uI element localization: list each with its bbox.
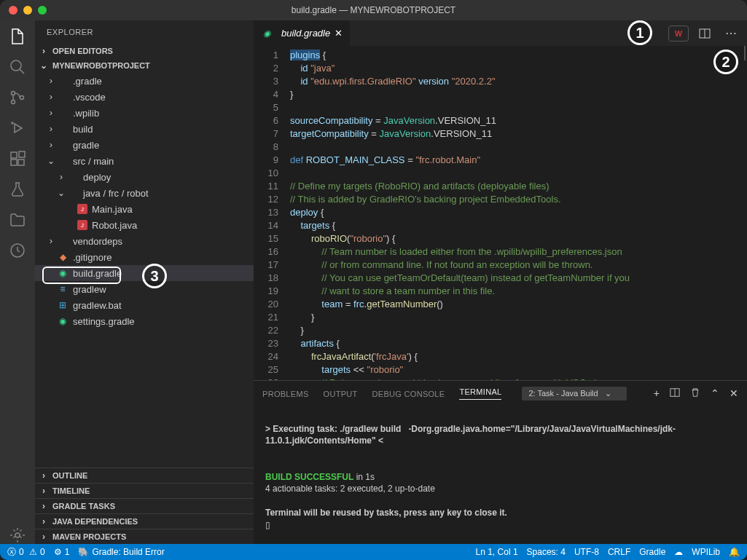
status-errors[interactable]: ⓧ 0 ⚠ 0: [7, 546, 45, 559]
tree-label: Robot.java: [92, 220, 137, 231]
timeline-section[interactable]: ›TIMELINE: [35, 483, 254, 498]
tree--gitignore[interactable]: ◆.gitignore: [35, 249, 254, 265]
folder-icon: [57, 235, 69, 247]
gradle-tasks-section[interactable]: ›GRADLE TASKS: [35, 498, 254, 513]
tree-label: gradle: [73, 140, 99, 151]
tree-label: java / frc / robot: [83, 188, 149, 199]
tree-build[interactable]: ›build: [35, 121, 254, 137]
explorer-icon[interactable]: [9, 28, 26, 45]
outline-section[interactable]: ›OUTLINE: [35, 468, 254, 483]
code-editor[interactable]: 1234567891011121314151617181920212223242…: [254, 46, 747, 380]
java-icon: J: [77, 220, 87, 230]
bottom-panel: PROBLEMS OUTPUT DEBUG CONSOLE TERMINAL 2…: [254, 380, 747, 544]
split-editor-icon[interactable]: [695, 25, 715, 42]
titlebar: build.gradle — MYNEWROBOTPROJECT: [0, 0, 747, 20]
tree-label: .gradle: [73, 76, 102, 87]
folder-icon: [57, 155, 69, 167]
panel-tab-problems[interactable]: PROBLEMS: [262, 390, 309, 398]
scm-icon[interactable]: [9, 89, 26, 106]
status-spaces[interactable]: Spaces: 4: [527, 547, 566, 557]
new-terminal-icon[interactable]: +: [654, 387, 660, 400]
tree-vendordeps[interactable]: ›vendordeps: [35, 233, 254, 249]
terminal-select[interactable]: 2: Task - Java Build ⌄: [522, 387, 626, 401]
terminal-output[interactable]: > Executing task: ./gradlew build -Dorg.…: [254, 406, 747, 544]
maximize-window[interactable]: [38, 6, 47, 15]
callout-3: 3: [142, 264, 167, 288]
panel-tab-debug[interactable]: DEBUG CONSOLE: [372, 390, 445, 398]
maven-section[interactable]: ›MAVEN PROJECTS: [35, 529, 254, 544]
tree--vscode[interactable]: ›.vscode: [35, 89, 254, 105]
activity-bar: [0, 20, 35, 544]
kill-terminal-icon[interactable]: [690, 387, 700, 400]
status-bell-icon[interactable]: 🔔: [729, 547, 740, 557]
tree-label: gradlew.bat: [73, 300, 122, 311]
editor-group: ◉ build.gradle ✕ W ⋯ 1234567891011121314…: [254, 20, 747, 544]
debug-icon[interactable]: [9, 119, 26, 137]
status-lang[interactable]: Gradle: [639, 547, 665, 557]
folder-icon: [67, 187, 79, 199]
tab-build-gradle[interactable]: ◉ build.gradle ✕: [254, 20, 350, 46]
tree-main-java[interactable]: JMain.java: [35, 201, 254, 217]
svg-point-3: [20, 96, 24, 100]
java-deps-section[interactable]: ›JAVA DEPENDENCIES: [35, 513, 254, 529]
callout-1: 1: [627, 20, 652, 45]
tree-label: deploy: [83, 172, 111, 183]
open-editors-section[interactable]: ›OPEN EDITORS: [35, 44, 254, 58]
folder-icon: [57, 91, 69, 103]
folder-icon: [57, 107, 69, 119]
status-feedback-icon[interactable]: ☁: [674, 547, 683, 557]
tree-gradlew-bat[interactable]: ⊞gradlew.bat: [35, 297, 254, 313]
svg-point-4: [12, 122, 13, 124]
svg-point-1: [12, 92, 15, 95]
panel-tab-output[interactable]: OUTPUT: [324, 390, 358, 398]
status-gradle[interactable]: 🐘 Gradle: Build Error: [78, 547, 164, 557]
search-icon[interactable]: [9, 58, 26, 76]
tree-label: src / main: [73, 156, 114, 167]
tree--gradle[interactable]: ›.gradle: [35, 73, 254, 89]
tree-robot-java[interactable]: JRobot.java: [35, 217, 254, 233]
tree-src---main[interactable]: ⌄src / main: [35, 153, 254, 169]
git-icon: ◆: [57, 251, 69, 263]
folder-icon: [57, 75, 69, 87]
status-wpilib[interactable]: WPILib: [692, 547, 720, 557]
close-window[interactable]: [9, 6, 17, 15]
svg-point-10: [15, 533, 20, 537]
status-eol[interactable]: CRLF: [608, 547, 630, 557]
status-encoding[interactable]: UTF-8: [574, 547, 599, 557]
tree--wpilib[interactable]: ›.wpilib: [35, 105, 254, 121]
minimize-window[interactable]: [23, 6, 32, 15]
panel-tab-terminal[interactable]: TERMINAL: [459, 387, 501, 400]
window-title: build.gradle — MYNEWROBOTPROJECT: [7, 5, 740, 15]
tree-java---frc---robot[interactable]: ⌄java / frc / robot: [35, 185, 254, 201]
history-icon[interactable]: [9, 242, 26, 259]
close-panel-icon[interactable]: ✕: [730, 387, 738, 400]
folder-icon: [57, 139, 69, 151]
folder-icon: [67, 171, 79, 183]
status-position[interactable]: Ln 1, Col 1: [476, 547, 518, 557]
split-terminal-icon[interactable]: [670, 387, 680, 400]
tree-label: .wpilib: [73, 108, 99, 119]
test-icon[interactable]: [9, 181, 26, 198]
java-icon: J: [77, 204, 87, 214]
tree-deploy[interactable]: ›deploy: [35, 169, 254, 185]
tab-bar: ◉ build.gradle ✕ W ⋯: [254, 20, 747, 46]
callout-2: 2: [713, 50, 738, 74]
maximize-panel-icon[interactable]: ⌃: [711, 387, 719, 400]
status-ports[interactable]: ⚙ 1: [54, 547, 70, 557]
project-section[interactable]: ⌄MYNEWROBOTPROJECT: [35, 58, 254, 73]
extensions-icon[interactable]: [9, 150, 26, 167]
tree-gradle[interactable]: ›gradle: [35, 137, 254, 153]
svg-rect-8: [19, 151, 25, 157]
windows-icon: ⊞: [57, 299, 69, 311]
folder-icon[interactable]: [9, 211, 26, 229]
tree-label: .gitignore: [73, 252, 112, 263]
explorer-header: EXPLORER: [35, 20, 254, 44]
wpilib-button[interactable]: W: [668, 25, 689, 42]
settings-icon[interactable]: [9, 527, 26, 544]
svg-point-0: [11, 60, 21, 71]
callout-3-box: [42, 267, 121, 284]
tree-settings-gradle[interactable]: ◉settings.gradle: [35, 313, 254, 329]
close-tab-icon[interactable]: ✕: [335, 28, 343, 39]
gradle-icon: ◉: [261, 28, 273, 39]
more-actions-icon[interactable]: ⋯: [721, 25, 741, 42]
